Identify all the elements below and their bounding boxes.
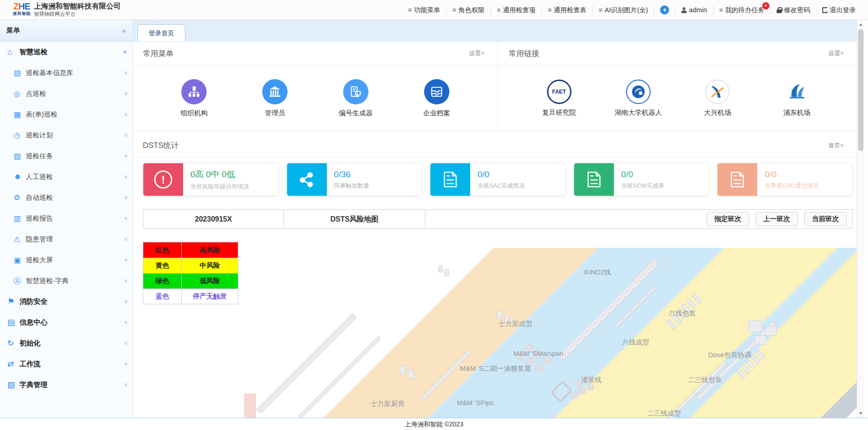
chevron-down-icon: «	[122, 71, 129, 75]
link-daxing-airport[interactable]: 大兴机场	[688, 80, 747, 117]
link-hunan-university-robot[interactable]: 湖南大学机器人	[609, 80, 668, 117]
nav-admin-account[interactable]: admin	[675, 5, 713, 14]
dictionary-icon: Ⓐ	[14, 276, 26, 286]
link-label: 复旦研究院	[542, 109, 576, 117]
previous-shift-button[interactable]: 上一班次	[755, 212, 798, 226]
sidebar-item-inspection-plan[interactable]: ◷ 巡检计划 «	[0, 125, 132, 146]
shift-code-cell: 20230915X	[143, 210, 284, 228]
link-label: 浦东机场	[783, 109, 810, 117]
scrollbar-thumb[interactable]	[858, 29, 863, 151]
sidebar-item-inspection-task[interactable]: ▧ 巡检任务 «	[0, 146, 132, 166]
nav-common-check-table[interactable]: ≡ 通用检查表	[542, 5, 593, 14]
common-links-settings-link[interactable]: 设置>	[828, 49, 844, 57]
map-label-snickers-forming: 士力架成型	[499, 320, 533, 328]
sidebar-item-label: 隐患管理	[26, 235, 123, 244]
sidebar-item-manual-inspection[interactable]: ☻ 人工巡检 «	[0, 166, 132, 187]
nav-label: 通用检查项	[503, 6, 536, 14]
menu-icon: ≡	[599, 6, 602, 14]
stat-label: 同事触发数量	[334, 182, 369, 190]
dsts-section-header: DSTS统计 首页>	[133, 134, 857, 157]
specify-shift-button[interactable]: 指定班次	[707, 212, 749, 226]
app-administrator[interactable]: 管理员	[245, 79, 304, 118]
sidebar-item-inspection-report[interactable]: ▥ 巡检报告 «	[0, 208, 132, 229]
sidebar-item-hazard-management[interactable]: ⚠ 隐患管理 «	[0, 229, 132, 250]
sidebar-item-point-inspection[interactable]: ◎ 点巡检 «	[0, 83, 132, 104]
sidebar-item-fire-safety[interactable]: ⚑ 消防安全 «	[0, 291, 132, 312]
shift-table: 20230915X DSTS风险地图 指定班次 上一班次 当前班次	[143, 209, 853, 229]
app-org-structure[interactable]: 组织机构	[165, 79, 223, 118]
stat-card-risk-levels[interactable]: ! 0高 0中 0低 当班风险等级分布情况	[143, 163, 278, 196]
nav-logout[interactable]: 退出登录	[816, 5, 862, 14]
app-label: 编号生成器	[339, 109, 373, 118]
sidebar-collapse-icon[interactable]: «	[122, 27, 126, 35]
stat-text: 0/0 当班SAC完成情况	[470, 163, 525, 196]
nav-function-menu[interactable]: ≡ 功能菜单	[402, 5, 446, 14]
nav-change-password[interactable]: 修改密码	[770, 5, 816, 14]
sidebar-item-label: 人工巡检	[26, 173, 123, 181]
stat-value: 0/0	[621, 170, 664, 180]
sidebar-item-inspection-dashboard[interactable]: ▣ 巡检大屏 «	[0, 250, 132, 270]
map-label-filling-line: 灌装线	[581, 376, 602, 384]
legend-risk-label: 停产无触发	[182, 289, 238, 304]
legend-risk-label: 高风险	[182, 242, 238, 258]
risk-map-title-cell: DSTS风险地图	[284, 210, 425, 228]
stat-card-scw-completion[interactable]: 0/0 当班SCW完成率	[574, 163, 709, 196]
link-pudong-airport[interactable]: 浦东机场	[767, 80, 826, 117]
nav-role-permission[interactable]: ≡ 角色权限	[446, 5, 491, 14]
current-shift-button[interactable]: 当前班次	[804, 212, 847, 226]
dsts-title: DSTS统计	[143, 140, 179, 151]
vertical-scrollbar[interactable]: ▲ ▼	[857, 20, 864, 418]
link-fudan-institute[interactable]: FAET 复旦研究院	[530, 80, 589, 117]
map-label-dove-packing: Dove包装协调	[708, 351, 751, 359]
sidebar-item-smart-inspection[interactable]: ⌂ 智慧巡检 «	[0, 42, 132, 62]
nav-ai-image[interactable]: ≡ AI识别图片(全)	[592, 5, 654, 14]
sidebar-item-inspection-dictionary[interactable]: Ⓐ 智慧巡检-字典 «	[0, 270, 132, 291]
tab-login-home[interactable]: 登录首页	[137, 24, 185, 41]
app-enterprise-archive[interactable]: 企业档案	[407, 79, 466, 118]
app-label: 企业档案	[423, 109, 450, 118]
nav-common-check-item[interactable]: ≡ 通用检查项	[491, 5, 542, 14]
stat-card-colleague-triggers[interactable]: 0/36 同事触发数量	[287, 163, 422, 196]
stat-value: 0高 0中 0低	[190, 169, 249, 180]
chevron-down-icon: «	[122, 196, 129, 199]
app-number-generator[interactable]: 编号生成器	[326, 79, 385, 118]
sidebar-item-initialization[interactable]: ↻ 初始化 «	[0, 333, 132, 354]
main-content: 常用菜单 设置> 组织机构 管理员 编号生成器	[133, 42, 857, 418]
shift-buttons-cell: 指定班次 上一班次 当前班次	[425, 210, 852, 228]
legend-risk-label: 低风险	[182, 274, 238, 288]
scroll-down-arrow[interactable]: ▼	[857, 410, 864, 417]
tasks-label: 我的待办任务	[725, 6, 764, 14]
stat-text: 0/36 同事触发数量	[327, 163, 369, 196]
common-menu-settings-link[interactable]: 设置>	[469, 49, 484, 57]
sidebar-item-dictionary-management[interactable]: ▨ 字典管理 «	[0, 374, 132, 395]
sidebar-item-info-center[interactable]: ▤ 信息中心 «	[0, 312, 132, 333]
sidebar-item-auto-inspection[interactable]: ⚙ 自动巡检 «	[0, 187, 132, 208]
tab-bar: 登录首页	[133, 20, 857, 42]
daxing-airport-logo	[705, 80, 730, 104]
form-icon: ▦	[14, 110, 26, 119]
sidebar-item-label: 自动巡检	[26, 194, 123, 202]
dsts-home-link[interactable]: 首页>	[828, 142, 844, 150]
info-doc-icon: ▤	[7, 317, 19, 327]
sidebar-item-form-inspection[interactable]: ▦ 表(单)巡检 «	[0, 104, 132, 125]
nav-add-button[interactable]: +	[654, 5, 675, 14]
platform-name: 智慧物联网云平台	[34, 11, 121, 18]
sidebar-item-inspection-base-info[interactable]: ▤ 巡检基本信息库 «	[0, 62, 132, 83]
chevron-down-icon: «	[122, 175, 129, 179]
scroll-up-arrow[interactable]: ▲	[857, 21, 864, 28]
book-icon: ▨	[7, 380, 19, 390]
link-label: 大兴机场	[704, 109, 731, 117]
stat-card-crc-pass[interactable]: 0/0 当季度CRC通过情况	[717, 163, 853, 196]
app-logo[interactable]: ZHE 洲和智能	[10, 1, 33, 16]
nav-my-tasks[interactable]: ≡ 我的待办任务 +	[713, 5, 770, 14]
link-label: 湖南大学机器人	[614, 109, 662, 117]
stat-card-sac-completion[interactable]: 0/0 当班SAC完成情况	[430, 163, 566, 196]
sidebar-item-workflow[interactable]: ⇄ 工作流 «	[0, 354, 132, 374]
chevron-down-icon: «	[122, 133, 129, 137]
common-links-panel: 常用链接 设置> FAET 复旦研究院 湖南大学机器人 大兴机场	[499, 42, 857, 131]
dsts-risk-map[interactable]: KIND2线 六线包装 士力架成型 六线成型 Dove包装协调 M&M 'SMa…	[244, 248, 857, 418]
screen-icon: ▣	[14, 255, 26, 265]
map-label-line23-forming: 二三线成型	[647, 409, 681, 418]
nav-label: 角色权限	[458, 6, 485, 14]
common-menu-panel: 常用菜单 设置> 组织机构 管理员 编号生成器	[133, 42, 498, 131]
